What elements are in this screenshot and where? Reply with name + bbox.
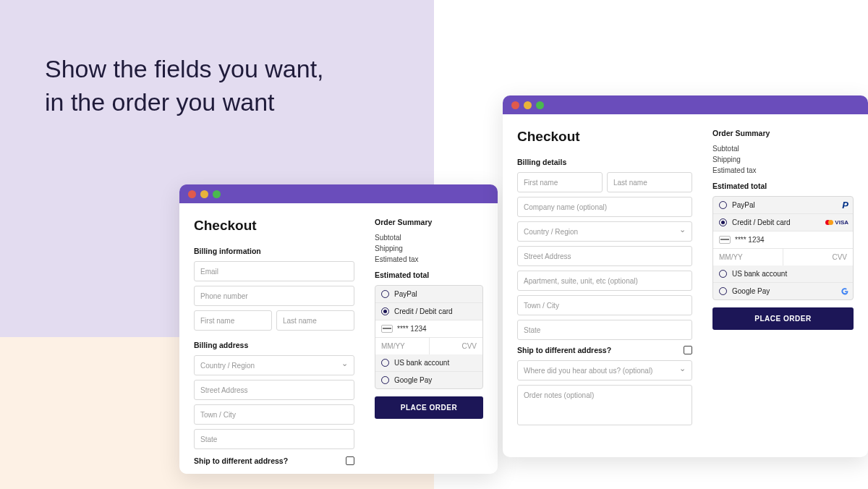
card-number-field[interactable]: **** 1234 <box>713 231 853 248</box>
section-billing-address: Billing address <box>194 341 354 349</box>
first-name-field[interactable]: First name <box>194 310 272 331</box>
section-billing-info: Billing information <box>194 247 354 255</box>
radio-icon <box>381 359 389 367</box>
summary-total: Estimated total <box>712 182 854 190</box>
order-notes-field[interactable]: Order notes (optional) <box>517 385 692 425</box>
card-number-field[interactable]: **** 1234 <box>375 320 482 337</box>
apt-field[interactable]: Apartment, suite, unit, etc (optional) <box>517 271 692 291</box>
card-cvv-field[interactable]: CVV <box>429 338 483 354</box>
street-field[interactable]: Street Address <box>517 246 692 266</box>
payment-bank[interactable]: US bank account <box>713 265 853 282</box>
summary-tax: Estimated tax <box>375 255 483 263</box>
state-field[interactable]: State <box>194 429 354 449</box>
payment-bank[interactable]: US bank account <box>375 354 482 371</box>
first-name-field[interactable]: First name <box>517 172 603 192</box>
country-select[interactable]: Country / Region <box>517 221 692 242</box>
company-field[interactable]: Company name (optional) <box>517 197 692 217</box>
headline-line-1: Show the fields you want, <box>45 53 324 86</box>
close-icon[interactable] <box>188 190 196 198</box>
section-billing-details: Billing details <box>517 158 692 166</box>
radio-icon <box>381 376 389 384</box>
close-icon[interactable] <box>511 101 519 109</box>
last-name-field[interactable]: Last name <box>607 172 692 192</box>
radio-selected-icon <box>719 218 727 226</box>
radio-icon <box>719 201 727 209</box>
place-order-button[interactable]: PLACE ORDER <box>712 307 854 330</box>
titlebar <box>179 184 498 203</box>
place-order-button[interactable]: PLACE ORDER <box>375 396 483 419</box>
hear-about-select[interactable]: Where did you hear about us? (optional) <box>517 360 692 380</box>
payment-options: PayPal Credit / Debit card **** 1234 MM/… <box>375 285 483 389</box>
payment-paypal[interactable]: PayPal <box>375 286 482 302</box>
summary-shipping: Shipping <box>375 244 483 252</box>
radio-selected-icon <box>381 307 389 315</box>
payment-card[interactable]: Credit / Debit card <box>375 302 482 320</box>
radio-icon <box>719 270 727 278</box>
window-checkout-a: Checkout Billing information Email Phone… <box>179 184 498 474</box>
ship-different-checkbox[interactable] <box>684 346 692 354</box>
summary-shipping: Shipping <box>712 156 854 163</box>
ship-different-label: Ship to different address? <box>194 456 288 465</box>
ship-different-checkbox[interactable] <box>346 456 354 465</box>
radio-icon <box>719 287 727 295</box>
summary-subtotal: Subtotal <box>712 145 854 153</box>
order-summary-title: Order Summary <box>375 218 483 226</box>
google-icon <box>841 288 848 295</box>
city-field[interactable]: Town / City <box>517 295 692 315</box>
country-select[interactable]: Country / Region <box>194 355 354 375</box>
headline-line-2: in the order you want <box>45 86 324 119</box>
mastercard-icon <box>825 220 833 225</box>
order-summary-title: Order Summary <box>712 129 854 137</box>
city-field[interactable]: Town / City <box>194 404 354 425</box>
payment-options: PayPalP Credit / Debit cardVISA **** 123… <box>712 196 854 300</box>
card-icon <box>719 236 731 244</box>
summary-total: Estimated total <box>375 271 483 279</box>
payment-gpay[interactable]: Google Pay <box>375 371 482 388</box>
maximize-icon[interactable] <box>213 190 221 198</box>
maximize-icon[interactable] <box>536 101 544 109</box>
payment-gpay[interactable]: Google Pay <box>713 282 853 299</box>
payment-paypal[interactable]: PayPalP <box>713 197 853 213</box>
page-title: Checkout <box>194 218 354 234</box>
minimize-icon[interactable] <box>524 101 532 109</box>
summary-subtotal: Subtotal <box>375 234 483 242</box>
card-cvv-field[interactable]: CVV <box>783 249 853 265</box>
street-field[interactable]: Street Address <box>194 380 354 400</box>
radio-icon <box>381 290 389 298</box>
card-expiry-field[interactable]: MM/YY <box>375 338 429 354</box>
paypal-icon: P <box>842 200 848 211</box>
phone-field[interactable]: Phone number <box>194 286 354 306</box>
ship-different-label: Ship to different address? <box>517 346 611 354</box>
last-name-field[interactable]: Last name <box>276 310 354 331</box>
page-title: Checkout <box>517 129 692 145</box>
titlebar <box>503 95 868 114</box>
window-checkout-b: Checkout Billing details First name Last… <box>503 95 868 457</box>
state-field[interactable]: State <box>517 320 692 340</box>
summary-tax: Estimated tax <box>712 166 854 174</box>
card-expiry-field[interactable]: MM/YY <box>713 249 783 265</box>
card-icon <box>381 325 393 333</box>
visa-icon: VISA <box>835 219 848 226</box>
email-field[interactable]: Email <box>194 261 354 281</box>
minimize-icon[interactable] <box>200 190 208 198</box>
marketing-headline: Show the fields you want, in the order y… <box>45 53 324 119</box>
payment-card[interactable]: Credit / Debit cardVISA <box>713 213 853 231</box>
